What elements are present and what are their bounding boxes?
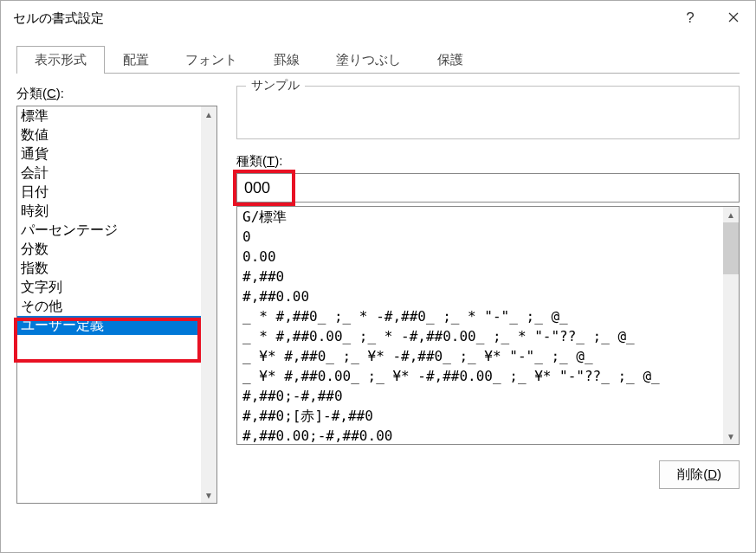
tabstrip: 表示形式 配置 フォント 罫線 塗りつぶし 保護 [1,35,755,74]
type-item[interactable]: G/標準 [237,207,723,227]
type-item[interactable]: #,##0 [237,267,723,286]
type-item[interactable]: _ * #,##0_ ;_ * -#,##0_ ;_ * "-"_ ;_ @_ [237,306,723,326]
category-item[interactable]: 通貨 [17,145,201,164]
type-item[interactable]: 0.00 [237,247,723,267]
category-column: 分類(C): 標準数値通貨会計日付時刻パーセンテージ分数指数文字列その他ユーザー… [16,86,217,504]
type-item[interactable]: _ ¥* #,##0_ ;_ ¥* -#,##0_ ;_ ¥* "-"_ ;_ … [237,346,723,366]
category-item[interactable]: 標準 [17,106,201,125]
type-item[interactable]: #,##0.00 [237,286,723,306]
scroll-down-icon[interactable]: ▼ [723,428,739,444]
window-title: セルの書式設定 [13,10,669,27]
scroll-track[interactable] [723,222,739,428]
category-item[interactable]: 指数 [17,259,201,278]
scroll-thumb[interactable] [723,222,739,274]
category-scrollbar[interactable]: ▲ ▼ [201,106,216,503]
details-column: サンプル 種類(T): G/標準00.00#,##0#,##0.00_ * #,… [236,86,740,504]
type-listbox[interactable]: G/標準00.00#,##0#,##0.00_ * #,##0_ ;_ * -#… [236,206,740,445]
dialog-window: セルの書式設定 ? 表示形式 配置 フォント 罫線 塗りつぶし 保護 分類(C)… [0,0,756,553]
category-item[interactable]: 分数 [17,240,201,259]
tab-fill[interactable]: 塗りつぶし [318,46,419,74]
type-label: 種類(T): [236,153,740,170]
scroll-down-icon[interactable]: ▼ [201,487,216,503]
type-scrollbar[interactable]: ▲ ▼ [723,207,739,444]
category-item[interactable]: その他 [17,297,201,316]
type-item[interactable]: _ ¥* #,##0.00_ ;_ ¥* -#,##0.00_ ;_ ¥* "-… [237,366,723,386]
type-item[interactable]: _ * #,##0.00_ ;_ * -#,##0.00_ ;_ * "-"??… [237,326,723,346]
scroll-up-icon[interactable]: ▲ [723,207,739,222]
help-button[interactable]: ? [669,1,712,35]
tab-protection[interactable]: 保護 [419,46,481,74]
close-icon [728,10,739,27]
category-label: 分類(C): [16,86,217,102]
type-item[interactable]: 0 [237,227,723,247]
help-icon: ? [686,10,694,27]
tab-font[interactable]: フォント [167,46,255,74]
tabpanel-number-format: 分類(C): 標準数値通貨会計日付時刻パーセンテージ分数指数文字列その他ユーザー… [1,74,755,504]
scroll-up-icon[interactable]: ▲ [201,106,216,122]
titlebar: セルの書式設定 ? [1,1,755,35]
category-listbox[interactable]: 標準数値通貨会計日付時刻パーセンテージ分数指数文字列その他ユーザー定義 ▲ ▼ [16,106,217,504]
category-item[interactable]: 会計 [17,164,201,183]
type-item[interactable]: #,##0;[赤]-#,##0 [237,406,723,426]
sample-label: サンプル [246,78,305,93]
tab-number-format[interactable]: 表示形式 [16,46,105,74]
sample-fieldset: サンプル [236,86,740,139]
type-item[interactable]: #,##0.00;-#,##0.00 [237,426,723,444]
category-item[interactable]: 日付 [17,183,201,202]
category-item[interactable]: 文字列 [17,278,201,297]
type-item[interactable]: #,##0;-#,##0 [237,386,723,406]
close-button[interactable] [712,1,755,35]
scroll-track[interactable] [201,122,216,487]
category-item[interactable]: 時刻 [17,202,201,221]
type-input[interactable] [236,173,740,203]
category-item[interactable]: 数値 [17,125,201,145]
category-item[interactable]: ユーザー定義 [17,316,201,335]
delete-button[interactable]: 削除(D) [659,460,740,489]
tab-border[interactable]: 罫線 [255,46,318,74]
category-item[interactable]: パーセンテージ [17,221,201,240]
tab-alignment[interactable]: 配置 [105,46,167,74]
